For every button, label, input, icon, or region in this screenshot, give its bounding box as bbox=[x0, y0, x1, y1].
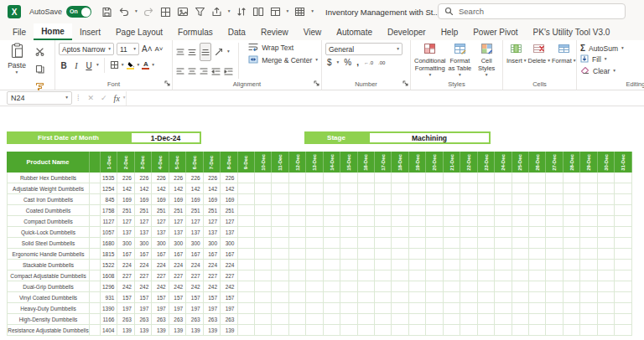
value-cell[interactable]: 227 bbox=[169, 270, 186, 281]
chevron-down-icon[interactable]: ▾ bbox=[152, 63, 154, 68]
column-header-11-dec[interactable]: 11-Dec bbox=[272, 152, 288, 173]
value-cell[interactable] bbox=[512, 227, 529, 238]
value-cell[interactable] bbox=[546, 238, 563, 249]
product-name-cell[interactable]: Adjustable Weight Dumbbells bbox=[7, 183, 90, 194]
value-cell[interactable] bbox=[598, 194, 615, 205]
value-cell[interactable]: 167 bbox=[204, 249, 221, 260]
value-cell[interactable] bbox=[495, 249, 512, 260]
font-size-select[interactable]: 11▾ bbox=[117, 43, 139, 55]
column-header-27-dec[interactable]: 27-Dec bbox=[546, 152, 563, 173]
value-cell[interactable] bbox=[340, 227, 357, 238]
value-cell[interactable]: 226 bbox=[117, 173, 134, 183]
redo-icon[interactable] bbox=[143, 7, 154, 17]
dialog-launcher-icon[interactable] bbox=[402, 80, 408, 88]
tab-pk-s-utility-tool-v3-0[interactable]: PK's Utility Tool V3.0 bbox=[526, 23, 618, 40]
value-cell[interactable] bbox=[478, 249, 495, 260]
value-cell[interactable] bbox=[529, 270, 546, 281]
value-cell[interactable] bbox=[529, 314, 546, 325]
column-header-13-dec[interactable]: 13-Dec bbox=[306, 152, 323, 173]
value-cell[interactable] bbox=[460, 216, 477, 227]
comma-format-button[interactable]: , bbox=[356, 58, 359, 67]
value-cell[interactable] bbox=[598, 183, 615, 194]
value-cell[interactable] bbox=[426, 292, 443, 303]
value-cell[interactable]: 197 bbox=[117, 303, 134, 314]
value-cell[interactable] bbox=[238, 292, 255, 303]
value-cell[interactable] bbox=[392, 227, 408, 238]
value-cell[interactable] bbox=[512, 270, 529, 281]
value-cell[interactable]: 300 bbox=[117, 238, 134, 249]
column-header-15-dec[interactable]: 15-Dec bbox=[340, 152, 357, 173]
value-cell[interactable] bbox=[306, 227, 323, 238]
value-cell[interactable] bbox=[255, 260, 272, 270]
value-cell[interactable] bbox=[375, 325, 392, 336]
grid-table-icon[interactable] bbox=[294, 7, 305, 17]
value-cell[interactable]: 263 bbox=[186, 314, 203, 325]
value-cell[interactable]: 157 bbox=[204, 292, 221, 303]
product-name-cell[interactable]: High-Density Dumbbells bbox=[7, 314, 90, 325]
value-cell[interactable] bbox=[512, 183, 529, 194]
column-header-31-dec[interactable]: 31-Dec bbox=[615, 152, 631, 173]
value-cell[interactable] bbox=[615, 249, 631, 260]
value-cell[interactable] bbox=[255, 325, 272, 336]
value-cell[interactable] bbox=[615, 205, 631, 216]
column-header-23-dec[interactable]: 23-Dec bbox=[478, 152, 495, 173]
value-cell[interactable]: 127 bbox=[117, 216, 134, 227]
column-header-26-dec[interactable]: 26-Dec bbox=[529, 152, 546, 173]
value-cell[interactable] bbox=[580, 183, 597, 194]
product-name-cell[interactable]: Cast Iron Dumbbells bbox=[7, 194, 90, 205]
value-cell[interactable] bbox=[324, 270, 340, 281]
value-cell[interactable] bbox=[460, 194, 477, 205]
value-cell[interactable] bbox=[238, 325, 255, 336]
value-cell[interactable] bbox=[375, 238, 392, 249]
grow-font-icon[interactable]: A˄ bbox=[142, 44, 153, 54]
spacer-cell[interactable] bbox=[90, 303, 101, 314]
value-cell[interactable] bbox=[289, 227, 306, 238]
value-cell[interactable]: 139 bbox=[204, 325, 221, 336]
value-cell[interactable]: 169 bbox=[152, 194, 169, 205]
value-cell[interactable] bbox=[272, 260, 288, 270]
value-cell[interactable] bbox=[289, 205, 306, 216]
value-cell[interactable] bbox=[444, 183, 460, 194]
autosave-toggle[interactable]: On bbox=[66, 6, 91, 18]
value-cell[interactable]: 263 bbox=[169, 314, 186, 325]
value-cell[interactable] bbox=[444, 173, 460, 183]
column-header-14-dec[interactable]: 14-Dec bbox=[324, 152, 340, 173]
value-cell[interactable] bbox=[358, 216, 375, 227]
value-cell[interactable] bbox=[460, 238, 477, 249]
wrap-text-button[interactable]: Wrap Text bbox=[248, 43, 318, 53]
value-cell[interactable] bbox=[272, 227, 288, 238]
value-cell[interactable]: 251 bbox=[221, 205, 237, 216]
value-cell[interactable]: 1404 bbox=[101, 325, 117, 336]
value-cell[interactable]: 226 bbox=[221, 173, 237, 183]
value-cell[interactable] bbox=[444, 325, 460, 336]
value-cell[interactable] bbox=[426, 249, 443, 260]
value-cell[interactable] bbox=[598, 325, 615, 336]
value-cell[interactable] bbox=[546, 260, 563, 270]
value-cell[interactable] bbox=[529, 205, 546, 216]
value-cell[interactable] bbox=[512, 216, 529, 227]
value-cell[interactable] bbox=[478, 238, 495, 249]
value-cell[interactable]: 197 bbox=[169, 303, 186, 314]
insert-function-button[interactable]: fx bbox=[114, 94, 120, 103]
value-cell[interactable] bbox=[324, 183, 340, 194]
value-cell[interactable] bbox=[444, 303, 460, 314]
value-cell[interactable] bbox=[289, 260, 306, 270]
formula-input[interactable] bbox=[126, 91, 644, 106]
column-header-8-dec[interactable]: 8-Dec bbox=[221, 152, 237, 173]
value-cell[interactable] bbox=[272, 303, 288, 314]
value-cell[interactable]: 157 bbox=[221, 292, 237, 303]
value-cell[interactable] bbox=[478, 260, 495, 270]
more-commands-icon[interactable]: ▾ bbox=[311, 9, 314, 14]
value-cell[interactable]: 227 bbox=[117, 270, 134, 281]
value-cell[interactable] bbox=[478, 325, 495, 336]
value-cell[interactable]: 224 bbox=[169, 260, 186, 270]
value-cell[interactable] bbox=[358, 303, 375, 314]
value-cell[interactable] bbox=[598, 216, 615, 227]
value-cell[interactable]: 226 bbox=[152, 173, 169, 183]
spacer-cell[interactable] bbox=[90, 173, 101, 183]
value-cell[interactable]: 300 bbox=[169, 238, 186, 249]
value-cell[interactable]: 251 bbox=[152, 205, 169, 216]
value-cell[interactable]: 1680 bbox=[101, 238, 117, 249]
value-cell[interactable] bbox=[460, 292, 477, 303]
value-cell[interactable] bbox=[272, 183, 288, 194]
